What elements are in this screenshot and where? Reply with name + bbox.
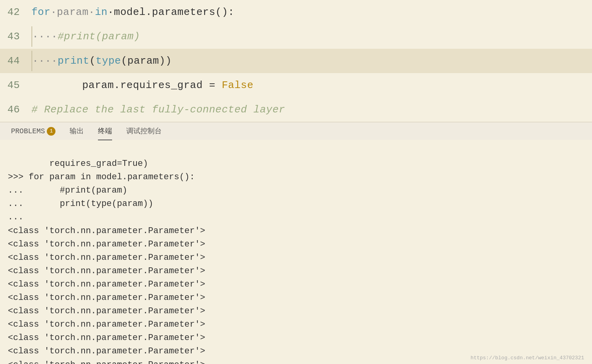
- code-token: # Replace the last fully-connected layer: [31, 104, 285, 116]
- panel-tab[interactable]: 调试控制台: [119, 122, 169, 140]
- line-number: 42: [0, 0, 31, 24]
- watermark: https://blog.csdn.net/weixin_43702321: [470, 355, 584, 361]
- tab-badge: 1: [47, 127, 55, 136]
- tab-label: 输出: [70, 127, 84, 135]
- tab-label: 终端: [98, 127, 112, 135]
- terminal-line: <class 'torch.nn.parameter.Parameter'>: [8, 291, 584, 305]
- code-token: ····: [32, 31, 58, 42]
- code-token: (: [89, 55, 96, 67]
- line-content: ····print(type(param)): [31, 49, 172, 73]
- editor-area: 42for·param·in·model.parameters():43····…: [0, 0, 592, 122]
- code-token: in: [95, 6, 107, 18]
- line-number: 46: [0, 97, 31, 122]
- code-token: for: [31, 6, 50, 18]
- terminal-line: >>> for param in model.parameters():: [8, 171, 584, 184]
- code-token: print: [58, 55, 90, 67]
- code-line: 42for·param·in·model.parameters():: [0, 0, 592, 24]
- code-token: #print(param): [58, 31, 140, 42]
- line-content: for·param·in·model.parameters():: [31, 0, 234, 24]
- terminal-line: ...: [8, 211, 584, 224]
- panel-tabs: PROBLEMS1输出终端调试控制台: [0, 122, 592, 140]
- code-token: ····: [32, 55, 58, 67]
- terminal-line: ... #print(param): [8, 184, 584, 197]
- code-line: 43····#print(param): [0, 24, 592, 49]
- code-token: type: [96, 55, 121, 67]
- code-token: param.requires_grad =: [31, 79, 222, 91]
- line-content: param.requires_grad = False: [31, 73, 253, 97]
- code-token: False: [222, 79, 254, 91]
- terminal-line: <class 'torch.nn.parameter.Parameter'>: [8, 305, 584, 318]
- terminal-line: ... print(type(param)): [8, 197, 584, 211]
- code-token: ·model.parameters():: [107, 6, 234, 18]
- terminal-line: <class 'torch.nn.parameter.Parameter'>: [8, 224, 584, 238]
- panel-tab[interactable]: 输出: [63, 122, 91, 140]
- line-number: 44: [0, 49, 31, 73]
- terminal-line: <class 'torch.nn.parameter.Parameter'>: [8, 278, 584, 291]
- line-content: ····#print(param): [31, 24, 140, 49]
- line-content: # Replace the last fully-connected layer: [31, 97, 285, 122]
- code-line: 46# Replace the last fully-connected lay…: [0, 97, 592, 122]
- terminal-line: <class 'torch.nn.parameter.Parameter'>: [8, 318, 584, 331]
- tab-label: 调试控制台: [126, 127, 162, 135]
- terminal-line: <class 'torch.nn.parameter.Parameter'>: [8, 238, 584, 251]
- terminal-line: <class 'torch.nn.parameter.Parameter'>: [8, 251, 584, 265]
- terminal-line: <class 'torch.nn.parameter.Parameter'>: [8, 331, 584, 345]
- code-line: 45 param.requires_grad = False: [0, 73, 592, 97]
- panel-tab[interactable]: PROBLEMS1: [4, 122, 63, 140]
- tab-label: PROBLEMS: [11, 127, 45, 135]
- line-number: 45: [0, 73, 31, 97]
- code-token: ·param·: [50, 6, 95, 18]
- code-line: 44····print(type(param)): [0, 49, 592, 73]
- terminal-area: requires_grad=True)>>> for param in mode…: [0, 140, 592, 364]
- terminal-line: requires_grad=True): [8, 157, 584, 171]
- panel-tab[interactable]: 终端: [91, 122, 119, 140]
- terminal-line: <class 'torch.nn.parameter.Parameter'>: [8, 265, 584, 278]
- line-number: 43: [0, 24, 31, 49]
- code-token: (param)): [121, 55, 172, 67]
